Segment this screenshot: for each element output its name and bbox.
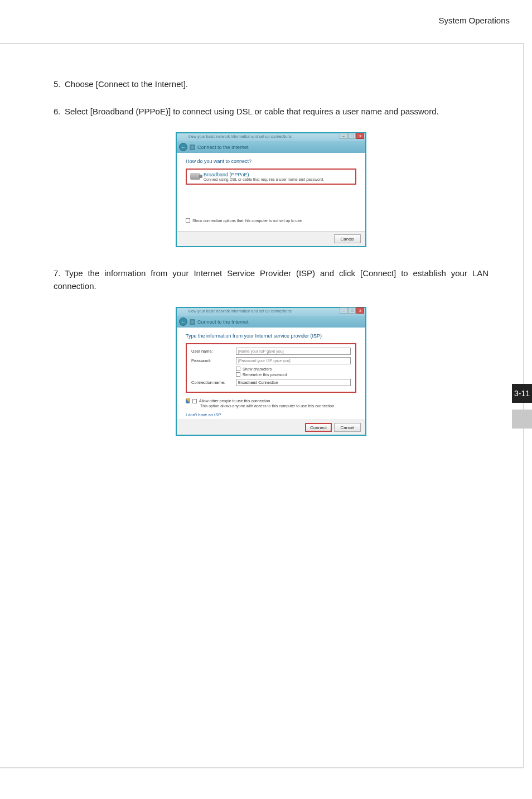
page-number-badge: 3-11	[512, 384, 532, 403]
cancel-button[interactable]: Cancel	[334, 423, 361, 432]
maximize-button[interactable]: □	[348, 307, 356, 314]
minimize-button[interactable]: –	[340, 307, 347, 314]
remember-label: Remember this password	[243, 373, 287, 377]
username-label: User name:	[191, 349, 236, 354]
isp-form: User name: [Name your ISP gave you] Pass…	[186, 343, 356, 393]
password-input[interactable]: [Password your ISP gave you]	[236, 357, 351, 364]
allow-others-row[interactable]: Allow other people to use this connectio…	[186, 398, 356, 403]
dialog-body: How do you want to connect? Broadband (P…	[177, 153, 365, 231]
show-chars-row[interactable]: Show characters	[236, 367, 351, 371]
dialog-navbar: ← Connect to the Internet	[177, 141, 365, 153]
dialog-footer: Cancel	[177, 231, 365, 246]
dialog-instruction: How do you want to connect?	[186, 158, 356, 164]
checkbox-icon[interactable]	[236, 367, 240, 371]
shield-icon	[186, 398, 190, 403]
dialog-titlebar: View your basic network information and …	[177, 308, 365, 316]
checkbox-icon[interactable]	[192, 399, 197, 403]
show-options-row[interactable]: Show connection options that this comput…	[186, 218, 356, 223]
screenshot-1: View your basic network information and …	[54, 132, 489, 247]
screenshot-2: View your basic network information and …	[54, 307, 489, 436]
step-5: 5.Choose [Connect to the Internet].	[54, 78, 489, 91]
no-isp-link[interactable]: I don't have an ISP	[186, 412, 356, 417]
dialog-navbar: ← Connect to the Internet	[177, 316, 365, 328]
show-chars-label: Show characters	[243, 367, 272, 371]
step-number: 5.	[54, 78, 65, 91]
globe-icon	[190, 319, 195, 325]
window-buttons: – □ x	[340, 133, 364, 139]
checkbox-icon[interactable]	[186, 218, 190, 223]
dialog-instruction: Type the information from your Internet …	[186, 333, 356, 339]
step-6: 6.Select [Broadband (PPPoE)] to connect …	[54, 105, 489, 118]
titlebar-hint: View your basic network information and …	[188, 134, 292, 138]
dialog-titlebar: View your basic network information and …	[177, 133, 365, 141]
back-icon[interactable]: ←	[179, 143, 187, 151]
titlebar-hint: View your basic network information and …	[188, 309, 292, 313]
dialog-body: Type the information from your Internet …	[177, 328, 365, 420]
minimize-button[interactable]: –	[340, 133, 347, 139]
connname-input[interactable]: Broadband Connection	[236, 379, 351, 386]
username-input[interactable]: [Name your ISP gave you]	[236, 348, 351, 355]
step-text: Select [Broadband (PPPoE)] to connect us…	[65, 107, 439, 116]
close-button[interactable]: x	[356, 133, 364, 139]
step-text: Type the information from your Internet …	[54, 268, 489, 291]
maximize-button[interactable]: □	[348, 133, 356, 139]
show-options-label: Show connection options that this comput…	[192, 219, 302, 223]
dialog-isp-info: View your basic network information and …	[176, 307, 366, 436]
step-number: 7.	[54, 267, 65, 280]
password-row: Password: [Password your ISP gave you]	[191, 357, 351, 364]
allow-others-label: Allow other people to use this connectio…	[199, 399, 270, 403]
cancel-button[interactable]: Cancel	[334, 234, 361, 243]
close-button[interactable]: x	[356, 307, 364, 314]
page-tab-decor	[512, 410, 532, 429]
password-label: Password:	[191, 358, 236, 363]
navbar-title: Connect to the Internet	[197, 145, 249, 150]
content-area: 5.Choose [Connect to the Internet]. 6.Se…	[54, 78, 489, 456]
broadband-option[interactable]: Broadband (PPPoE) Connect using DSL or c…	[186, 169, 356, 185]
section-header: System Operations	[438, 16, 510, 25]
connname-label: Connection name:	[191, 380, 236, 385]
checkbox-icon[interactable]	[236, 372, 240, 377]
connect-button[interactable]: Connect	[305, 423, 332, 432]
option-description: Connect using DSL or cable that requires…	[204, 177, 324, 181]
allow-others-desc: This option allows anyone with access to…	[200, 404, 356, 408]
step-text: Choose [Connect to the Internet].	[65, 79, 188, 89]
back-icon[interactable]: ←	[179, 317, 187, 326]
globe-icon	[190, 145, 195, 150]
dialog-footer: Connect Cancel	[177, 420, 365, 435]
step-number: 6.	[54, 105, 65, 118]
modem-icon	[190, 173, 200, 180]
connname-row: Connection name: Broadband Connection	[191, 379, 351, 386]
window-buttons: – □ x	[340, 307, 364, 314]
option-title: Broadband (PPPoE)	[204, 172, 324, 177]
navbar-title: Connect to the Internet	[197, 319, 249, 325]
username-row: User name: [Name your ISP gave you]	[191, 348, 351, 355]
dialog-connect-method: View your basic network information and …	[176, 132, 366, 247]
step-7: 7.Type the information from your Interne…	[54, 267, 489, 292]
remember-row[interactable]: Remember this password	[236, 372, 351, 377]
